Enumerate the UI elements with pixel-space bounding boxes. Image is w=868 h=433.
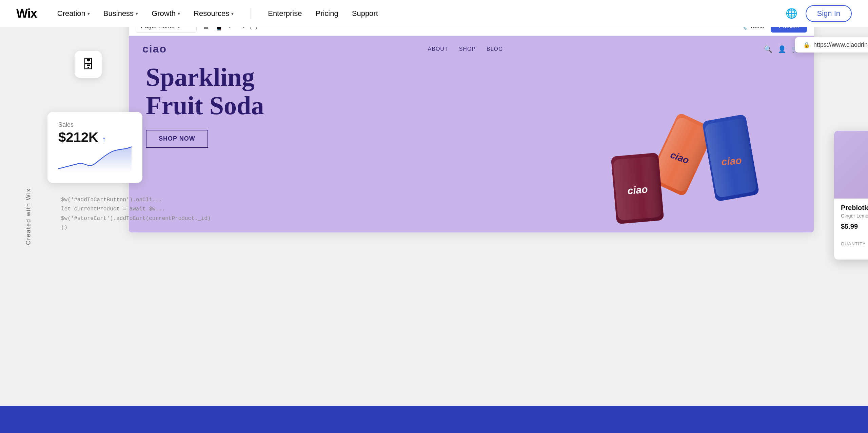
database-icon: 🗄: [82, 57, 94, 71]
blue-can: ciao: [702, 114, 760, 202]
nav-links: Creation ▾ Business ▾ Growth ▾ Resources…: [57, 8, 786, 19]
sales-chart: [58, 145, 132, 172]
svg-text:ciao: ciao: [721, 154, 742, 167]
product-subtitle: Ginger Lemon Fresh Drink: [841, 213, 868, 219]
code-snippet: $w('#addToCartButton').onCli... let curr…: [61, 195, 211, 232]
nav-creation[interactable]: Creation ▾: [57, 9, 90, 18]
hero-text: SparklingFruit Soda SHOP NOW: [146, 63, 264, 148]
user-icon[interactable]: 👤: [778, 45, 786, 53]
product-price: $5.99: [841, 223, 868, 230]
site-nav: ciao ABOUT SHOP BLOG 🔍 👤 🛒: [129, 36, 814, 62]
nav-enterprise[interactable]: Enterprise: [268, 9, 302, 18]
svg-text:ciao: ciao: [627, 183, 648, 196]
nav-growth[interactable]: Growth ▾: [152, 9, 180, 18]
globe-icon[interactable]: 🌐: [786, 8, 797, 19]
cans-area: ciao ciao: [542, 36, 814, 232]
sales-card: Sales $212K ↑: [47, 112, 142, 183]
sales-label: Sales: [58, 121, 132, 128]
wix-logo[interactable]: Wix: [16, 6, 37, 21]
url-bar: 🔒 https://www.ciaodrinks.com: [795, 37, 868, 53]
created-with-wix-label: Created with Wix: [25, 188, 32, 245]
product-info: Prebiotic Soda Ginger Lemon Fresh Drink …: [834, 199, 868, 230]
navbar: Wix Creation ▾ Business ▾ Growth ▾ Resou…: [0, 0, 868, 27]
product-image: ciao: [834, 131, 868, 199]
database-card: 🗄: [75, 51, 102, 78]
code-line-1: $w('#addToCartButton').onCli...: [61, 195, 211, 205]
chevron-down-icon: ▾: [87, 11, 90, 16]
product-card: ciao Prebiotic Soda Ginger Lemon Fresh D…: [834, 131, 868, 260]
sales-value: $212K ↑: [58, 130, 132, 145]
site-logo: ciao: [142, 43, 167, 55]
site-nav-blog[interactable]: BLOG: [487, 46, 503, 52]
nav-divider: [251, 8, 251, 19]
quantity-label: QUANTITY: [841, 241, 866, 246]
chevron-down-icon: ▾: [231, 11, 234, 16]
main-content: Created with Wix Page: Home ▾ 🖥 📱 ↩ ↪ ⛶ …: [0, 0, 868, 433]
editor-wrapper: Page: Home ▾ 🖥 📱 ↩ ↪ ⛶ 🔧 Tools Publish: [129, 17, 814, 232]
site-nav-about[interactable]: ABOUT: [428, 46, 448, 52]
product-name: Prebiotic Soda: [841, 204, 868, 212]
site-nav-links: ABOUT SHOP BLOG: [428, 46, 503, 52]
site-nav-shop[interactable]: SHOP: [459, 46, 476, 52]
sign-in-button[interactable]: Sign In: [806, 5, 852, 22]
code-line-2: let currentProduct = await $w...: [61, 205, 211, 214]
shop-now-button[interactable]: SHOP NOW: [146, 130, 208, 148]
code-line-4: (): [61, 223, 211, 232]
chevron-down-icon: ▾: [136, 11, 138, 16]
nav-right: 🌐 Sign In: [786, 5, 852, 22]
nav-pricing[interactable]: Pricing: [315, 9, 338, 18]
code-line-3: $w('#storeCart').addToCart(currentProduc…: [61, 214, 211, 223]
chevron-down-icon: ▾: [178, 11, 180, 16]
sales-trend-icon: ↑: [102, 135, 106, 144]
hero-title: SparklingFruit Soda: [146, 63, 264, 120]
nav-business[interactable]: Business ▾: [103, 9, 138, 18]
site-preview: ciao ABOUT SHOP BLOG 🔍 👤 🛒 SparklingFrui…: [129, 36, 814, 232]
site-nav-icons: 🔍 👤 🛒: [764, 45, 800, 53]
dark-red-can: ciao: [611, 152, 664, 224]
product-quantity-row: QUANTITY - 1 + Add to Cart: [834, 234, 868, 253]
nav-resources[interactable]: Resources ▾: [194, 9, 234, 18]
search-icon[interactable]: 🔍: [764, 45, 772, 53]
footer-bar: [0, 406, 868, 433]
lock-icon: 🔒: [803, 42, 810, 48]
nav-support[interactable]: Support: [352, 9, 378, 18]
url-text: https://www.ciaodrinks.com: [813, 41, 868, 48]
